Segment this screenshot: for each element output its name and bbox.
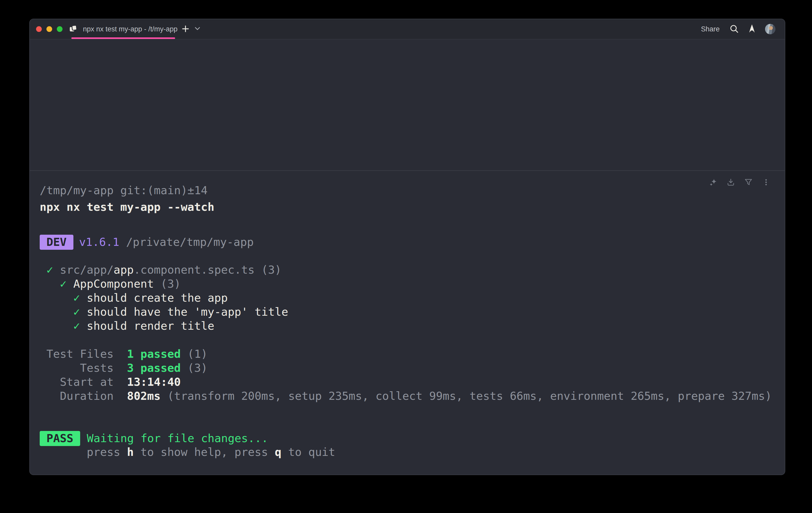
warp-logo-icon bbox=[749, 24, 755, 34]
terminal-lines: /tmp/my-app git:(main)±14npx nx test my-… bbox=[40, 183, 774, 459]
close-button[interactable] bbox=[36, 26, 42, 32]
window-controls bbox=[36, 26, 62, 32]
blank-line bbox=[40, 214, 774, 228]
command-line: npx nx test my-app --watch bbox=[40, 200, 774, 214]
search-icon bbox=[729, 24, 739, 34]
blank-line bbox=[40, 403, 774, 417]
summary-test-files-line: Test Files 1 passed (1) bbox=[40, 347, 774, 361]
test-suite-line: ✓ AppComponent (3) bbox=[40, 277, 774, 291]
block-toolbar bbox=[709, 178, 770, 186]
terminal-tab[interactable]: npx nx test my-app - /t/my-app bbox=[71, 19, 175, 39]
blank-line bbox=[40, 417, 774, 431]
search-button[interactable] bbox=[729, 24, 739, 34]
test-case-line: ✓ should render title bbox=[40, 319, 774, 333]
command-block[interactable]: /tmp/my-app git:(main)±14npx nx test my-… bbox=[30, 171, 785, 459]
prompt-line: /tmp/my-app git:(main)±14 bbox=[40, 183, 774, 197]
summary-duration-line: Duration 802ms (transform 200ms, setup 2… bbox=[40, 389, 774, 403]
download-icon bbox=[727, 178, 735, 186]
filter-icon bbox=[744, 178, 753, 186]
block-more-options-button[interactable] bbox=[762, 178, 770, 186]
kebab-menu-icon bbox=[762, 178, 770, 186]
watch-status-line: PASSWaiting for file changes... bbox=[40, 431, 774, 445]
new-tab-button[interactable] bbox=[182, 25, 189, 33]
active-tab-indicator bbox=[71, 37, 175, 39]
tab-pages-icon bbox=[69, 25, 77, 33]
terminal-pane: /tmp/my-app git:(main)±14npx nx test my-… bbox=[30, 39, 785, 475]
sparkles-icon bbox=[709, 178, 717, 186]
new-tab-plus-icon bbox=[182, 25, 189, 33]
terminal-window: npx nx test my-app - /t/my-app Share bbox=[29, 19, 785, 475]
share-button[interactable]: Share bbox=[701, 25, 720, 33]
user-avatar[interactable] bbox=[765, 24, 776, 34]
warp-menu-button[interactable] bbox=[749, 24, 755, 34]
tab-list-dropdown-button[interactable] bbox=[195, 27, 200, 31]
titlebar-right-cluster: Share bbox=[701, 24, 776, 34]
terminal-scrollback bbox=[30, 39, 785, 171]
tab-dropdown-chevron-icon bbox=[195, 27, 200, 31]
test-case-line: ✓ should have the 'my-app' title bbox=[40, 305, 774, 319]
test-case-line: ✓ should create the app bbox=[40, 291, 774, 305]
blank-line bbox=[40, 333, 774, 347]
titlebar: npx nx test my-app - /t/my-app Share bbox=[30, 19, 785, 39]
filter-output-button[interactable] bbox=[744, 178, 753, 186]
watch-help-line: press h to show help, press q to quit bbox=[40, 445, 774, 459]
tab-title: npx nx test my-app - /t/my-app bbox=[83, 25, 178, 33]
summary-start-at-line: Start at 13:14:40 bbox=[40, 375, 774, 389]
vitest-header-line: DEVv1.6.1 /private/tmp/my-app bbox=[40, 235, 774, 249]
test-file-line: ✓ src/app/app.component.spec.ts (3) bbox=[40, 263, 774, 277]
minimize-button[interactable] bbox=[47, 26, 52, 32]
summary-tests-line: Tests 3 passed (3) bbox=[40, 361, 774, 375]
blank-line bbox=[40, 249, 774, 263]
ai-explain-button[interactable] bbox=[709, 178, 717, 186]
zoom-button[interactable] bbox=[57, 26, 62, 32]
download-block-button[interactable] bbox=[727, 178, 735, 186]
